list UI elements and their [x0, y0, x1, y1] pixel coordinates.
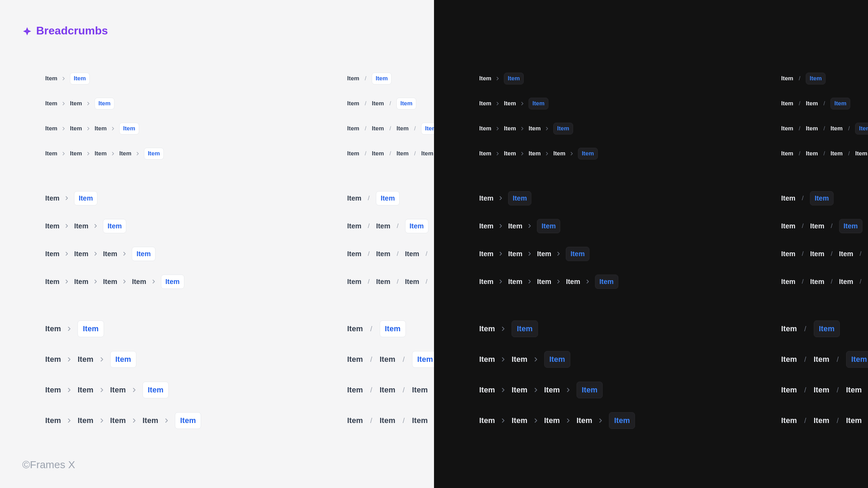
breadcrumb-item[interactable]: Item — [45, 250, 59, 258]
breadcrumb-item[interactable]: Item — [781, 250, 795, 258]
breadcrumb-item[interactable]: Item — [504, 100, 516, 107]
breadcrumb-item[interactable]: Item — [544, 385, 560, 395]
breadcrumb-item[interactable]: Item — [347, 75, 359, 82]
breadcrumb-item[interactable]: Item — [347, 385, 363, 395]
breadcrumb-item[interactable]: Item — [396, 150, 409, 157]
breadcrumb-item[interactable]: Item — [479, 150, 491, 157]
breadcrumb-item[interactable]: Item — [372, 100, 384, 107]
breadcrumb-item[interactable]: Item — [396, 125, 409, 132]
breadcrumb-item[interactable]: Item — [512, 355, 527, 364]
breadcrumb-item[interactable]: Item — [110, 416, 126, 425]
breadcrumb-item[interactable]: Item — [553, 150, 565, 157]
breadcrumb-item[interactable]: Item — [95, 125, 107, 132]
breadcrumb-item[interactable]: Item — [839, 278, 853, 286]
breadcrumb-item[interactable]: Item — [45, 385, 61, 395]
breadcrumb-item[interactable]: Item — [78, 385, 93, 395]
breadcrumb-item[interactable]: Item — [781, 278, 795, 286]
breadcrumb-item[interactable]: Item — [839, 250, 853, 258]
breadcrumb-item[interactable]: Item — [577, 416, 592, 425]
breadcrumb-item[interactable]: Item — [376, 222, 390, 230]
breadcrumb-item[interactable]: Item — [479, 385, 495, 395]
breadcrumb-item[interactable]: Item — [508, 222, 522, 230]
breadcrumb-item[interactable]: Item — [781, 150, 793, 157]
breadcrumb-item[interactable]: Item — [347, 125, 359, 132]
breadcrumb-item[interactable]: Item — [74, 222, 88, 230]
breadcrumb-item[interactable]: Item — [45, 324, 61, 333]
breadcrumb-item[interactable]: Item — [45, 194, 59, 202]
breadcrumb-item[interactable]: Item — [376, 250, 390, 258]
breadcrumb-item[interactable]: Item — [846, 416, 862, 425]
breadcrumb-item[interactable]: Item — [512, 416, 527, 425]
breadcrumb-item[interactable]: Item — [45, 100, 57, 107]
breadcrumb-item[interactable]: Item — [372, 125, 384, 132]
breadcrumb-item[interactable]: Item — [781, 385, 797, 395]
breadcrumb-item[interactable]: Item — [45, 278, 59, 286]
breadcrumb-item[interactable]: Item — [479, 416, 495, 425]
breadcrumb-item[interactable]: Item — [855, 150, 867, 157]
breadcrumb-item[interactable]: Item — [508, 278, 522, 286]
breadcrumb-item[interactable]: Item — [45, 125, 57, 132]
breadcrumb-item[interactable]: Item — [347, 150, 359, 157]
breadcrumb-item[interactable]: Item — [78, 355, 93, 364]
breadcrumb-item[interactable]: Item — [479, 324, 495, 333]
breadcrumb-item[interactable]: Item — [537, 278, 551, 286]
breadcrumb-item[interactable]: Item — [70, 125, 82, 132]
breadcrumb-item[interactable]: Item — [412, 385, 428, 395]
breadcrumb-item[interactable]: Item — [810, 222, 824, 230]
breadcrumb-item[interactable]: Item — [347, 194, 361, 202]
breadcrumb-item[interactable]: Item — [45, 355, 61, 364]
breadcrumb-item[interactable]: Item — [781, 416, 797, 425]
breadcrumb-item[interactable]: Item — [347, 324, 363, 333]
breadcrumb-item[interactable]: Item — [806, 150, 818, 157]
breadcrumb-item[interactable]: Item — [529, 150, 541, 157]
breadcrumb-item[interactable]: Item — [347, 355, 363, 364]
breadcrumb-item[interactable]: Item — [380, 355, 395, 364]
breadcrumb-item[interactable]: Item — [830, 125, 843, 132]
breadcrumb-item[interactable]: Item — [380, 416, 395, 425]
breadcrumb-item[interactable]: Item — [347, 250, 361, 258]
breadcrumb-item[interactable]: Item — [74, 250, 88, 258]
breadcrumb-item[interactable]: Item — [544, 416, 560, 425]
breadcrumb-item[interactable]: Item — [412, 416, 428, 425]
breadcrumb-item[interactable]: Item — [479, 75, 491, 82]
breadcrumb-item[interactable]: Item — [132, 278, 146, 286]
breadcrumb-item[interactable]: Item — [479, 194, 493, 202]
breadcrumb-item[interactable]: Item — [74, 278, 88, 286]
breadcrumb-item[interactable]: Item — [810, 250, 824, 258]
breadcrumb-item[interactable]: Item — [45, 222, 59, 230]
breadcrumb-item[interactable]: Item — [806, 100, 818, 107]
breadcrumb-item[interactable]: Item — [504, 125, 516, 132]
breadcrumb-item[interactable]: Item — [814, 385, 829, 395]
breadcrumb-item[interactable]: Item — [781, 75, 793, 82]
breadcrumb-item[interactable]: Item — [781, 222, 795, 230]
breadcrumb-item[interactable]: Item — [508, 250, 522, 258]
breadcrumb-item[interactable]: Item — [372, 150, 384, 157]
breadcrumb-item[interactable]: Item — [806, 125, 818, 132]
breadcrumb-item[interactable]: Item — [537, 250, 551, 258]
breadcrumb-item[interactable]: Item — [846, 385, 862, 395]
breadcrumb-item[interactable]: Item — [781, 100, 793, 107]
breadcrumb-item[interactable]: Item — [347, 278, 361, 286]
breadcrumb-item[interactable]: Item — [781, 324, 797, 333]
breadcrumb-item[interactable]: Item — [512, 385, 527, 395]
breadcrumb-item[interactable]: Item — [119, 150, 131, 157]
breadcrumb-item[interactable]: Item — [45, 150, 57, 157]
breadcrumb-item[interactable]: Item — [347, 222, 361, 230]
breadcrumb-item[interactable]: Item — [479, 250, 493, 258]
breadcrumb-item[interactable]: Item — [566, 278, 580, 286]
breadcrumb-item[interactable]: Item — [70, 100, 82, 107]
breadcrumb-item[interactable]: Item — [479, 125, 491, 132]
breadcrumb-item[interactable]: Item — [781, 125, 793, 132]
breadcrumb-item[interactable]: Item — [405, 278, 419, 286]
breadcrumb-item[interactable]: Item — [479, 355, 495, 364]
breadcrumb-item[interactable]: Item — [504, 150, 516, 157]
breadcrumb-item[interactable]: Item — [814, 416, 829, 425]
breadcrumb-item[interactable]: Item — [103, 278, 117, 286]
breadcrumb-item[interactable]: Item — [405, 250, 419, 258]
breadcrumb-item[interactable]: Item — [814, 355, 829, 364]
breadcrumb-item[interactable]: Item — [143, 416, 158, 425]
breadcrumb-item[interactable]: Item — [78, 416, 93, 425]
breadcrumb-item[interactable]: Item — [110, 385, 126, 395]
breadcrumb-item[interactable]: Item — [830, 150, 843, 157]
breadcrumb-item[interactable]: Item — [479, 222, 493, 230]
